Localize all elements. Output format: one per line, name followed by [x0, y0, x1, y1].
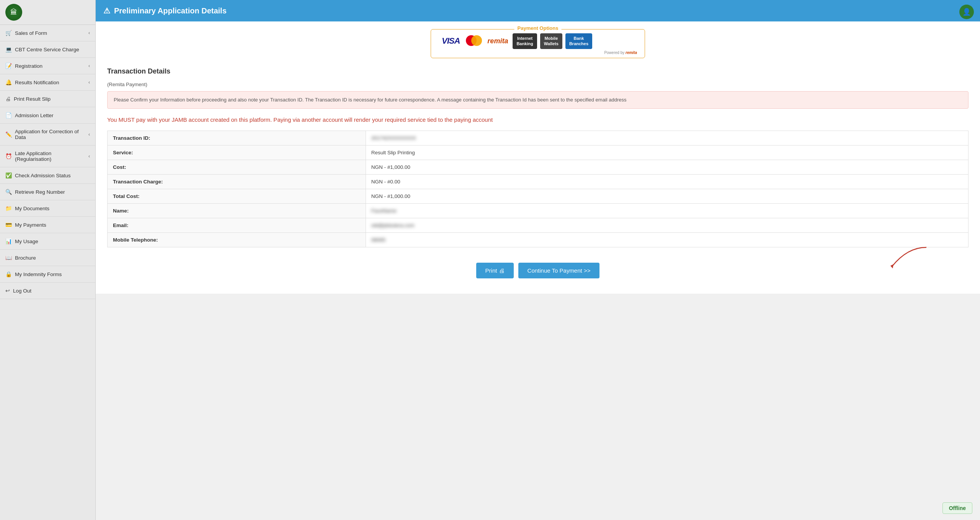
table-cell-label-5: Name:: [108, 203, 366, 218]
sidebar-item-left-late-application: ⏰ Late Application (Regularisation): [5, 150, 88, 162]
sidebar-item-left-check-admission-status: ✅ Check Admission Status: [5, 172, 71, 178]
sidebar-icon-log-out: ↩: [5, 288, 10, 294]
chevron-icon-late-application: ‹: [88, 154, 90, 159]
sidebar-item-left-log-out: ↩ Log Out: [5, 288, 31, 294]
table-row: Mobile Telephone: 08065: [108, 232, 969, 247]
sidebar-label-check-admission-status: Check Admission Status: [15, 173, 71, 178]
table-cell-value-5: FaceName: [371, 208, 397, 214]
sidebar-item-print-result-slip[interactable]: 🖨 Print Result Slip: [0, 91, 95, 107]
sidebar-label-application-correction: Application for Correction of Data: [15, 129, 88, 140]
internet-banking-line2: Banking: [516, 41, 533, 46]
sidebar-item-left-results-notification: 🔔 Results Notification: [5, 79, 59, 85]
chevron-icon-sales-of-form: ‹: [88, 30, 90, 36]
sidebar-label-my-usage: My Usage: [15, 239, 38, 244]
svg-marker-0: [890, 264, 893, 268]
sidebar-icon-brochure: 📖: [5, 255, 12, 261]
sidebar-item-left-retrieve-reg-number: 🔍 Retrieve Reg Number: [5, 189, 65, 195]
table-row: Transaction Charge: NGN - #0.00: [108, 174, 969, 189]
sidebar-label-my-documents: My Documents: [15, 206, 49, 211]
table-cell-value-2: NGN - #1,000.00: [371, 164, 410, 170]
confirmation-warning: Please Confirm your Information before p…: [107, 91, 969, 109]
chevron-icon-application-correction: ‹: [88, 132, 90, 137]
sidebar-icon-results-notification: 🔔: [5, 79, 12, 85]
sidebar-item-left-my-payments: 💳 My Payments: [5, 222, 46, 228]
sidebar-label-log-out: Log Out: [13, 288, 31, 294]
logo-icon: 🏛: [5, 4, 22, 21]
sidebar-item-left-cbt-centre: 💻 CBT Centre Service Charge: [5, 46, 79, 52]
table-cell-value-3: NGN - #0.00: [371, 179, 400, 185]
page-header: ⚠ Preliminary Application Details ▾: [96, 0, 980, 21]
print-button[interactable]: Print 🖨: [476, 263, 514, 278]
transaction-table: Transaction ID: 201742XXXXXXXX Service: …: [107, 131, 969, 247]
sidebar-icon-my-indemnity-forms: 🔒: [5, 271, 12, 277]
table-cell-data-3: NGN - #0.00: [366, 174, 968, 189]
powered-by: Powered by remita: [439, 51, 637, 55]
sidebar-item-results-notification[interactable]: 🔔 Results Notification ‹: [0, 74, 95, 91]
sidebar-item-cbt-centre[interactable]: 💻 CBT Centre Service Charge: [0, 41, 95, 58]
payment-options-box: Payment Options VISA remita Internet Ban…: [431, 29, 645, 58]
sidebar-label-registration: Registration: [15, 63, 42, 69]
continue-to-payment-button[interactable]: Continue To Payment >>: [518, 263, 600, 278]
sidebar-icon-registration: 📝: [5, 63, 12, 69]
sidebar-item-log-out[interactable]: ↩ Log Out: [0, 283, 95, 299]
table-cell-data-6: old@jdstutera.com: [366, 218, 968, 232]
sidebar-item-my-documents[interactable]: 📁 My Documents: [0, 200, 95, 217]
table-row: Total Cost: NGN - #1,000.00: [108, 189, 969, 203]
internet-banking-btn[interactable]: Internet Banking: [513, 33, 537, 49]
sidebar-item-left-brochure: 📖 Brochure: [5, 255, 36, 261]
table-cell-data-5: FaceName: [366, 203, 968, 218]
table-row: Service: Result Slip Printing: [108, 145, 969, 160]
table-cell-label-4: Total Cost:: [108, 189, 366, 203]
sidebar-label-late-application: Late Application (Regularisation): [15, 150, 88, 162]
sidebar-item-registration[interactable]: 📝 Registration ‹: [0, 58, 95, 74]
sidebar-icon-print-result-slip: 🖨: [5, 96, 11, 102]
table-row: Cost: NGN - #1,000.00: [108, 160, 969, 174]
bank-branches-btn[interactable]: Bank Branches: [565, 33, 592, 49]
payment-options-container: Payment Options VISA remita Internet Ban…: [107, 29, 969, 58]
table-cell-label-1: Service:: [108, 145, 366, 160]
sidebar-item-brochure[interactable]: 📖 Brochure: [0, 250, 95, 266]
user-avatar[interactable]: 👤: [959, 5, 974, 19]
table-cell-value-1: Result Slip Printing: [371, 150, 415, 155]
sidebar-label-brochure: Brochure: [15, 255, 36, 261]
sidebar-item-application-correction[interactable]: ✏️ Application for Correction of Data ‹: [0, 124, 95, 146]
sidebar-icon-my-usage: 📊: [5, 238, 12, 244]
table-cell-data-0: 201742XXXXXXXX: [366, 131, 968, 145]
table-row: Transaction ID: 201742XXXXXXXX: [108, 131, 969, 145]
sidebar-item-check-admission-status[interactable]: ✅ Check Admission Status: [0, 167, 95, 184]
internet-banking-line1: Internet: [516, 36, 533, 41]
table-cell-label-0: Transaction ID:: [108, 131, 366, 145]
visa-logo: VISA: [439, 34, 463, 47]
sidebar: 🏛 🛒 Sales of Form ‹ 💻 CBT Centre Service…: [0, 0, 96, 520]
content-area: Payment Options VISA remita Internet Ban…: [96, 21, 980, 294]
table-cell-data-4: NGN - #1,000.00: [366, 189, 968, 203]
sidebar-item-late-application[interactable]: ⏰ Late Application (Regularisation) ‹: [0, 146, 95, 167]
table-cell-label-7: Mobile Telephone:: [108, 232, 366, 247]
sidebar-item-my-usage[interactable]: 📊 My Usage: [0, 233, 95, 250]
sidebar-item-left-registration: 📝 Registration: [5, 63, 42, 69]
sidebar-item-sales-of-form[interactable]: 🛒 Sales of Form ‹: [0, 25, 95, 41]
mobile-wallets-line2: Wallets: [544, 41, 559, 46]
table-row: Name: FaceName: [108, 203, 969, 218]
table-cell-value-4: NGN - #1,000.00: [371, 193, 410, 199]
sidebar-item-retrieve-reg-number[interactable]: 🔍 Retrieve Reg Number: [0, 184, 95, 200]
table-cell-value-6: old@jdstutera.com: [371, 222, 415, 228]
bank-branches-line2: Branches: [569, 41, 588, 46]
remita-logo: remita: [486, 36, 510, 47]
continue-label: Continue To Payment >>: [528, 267, 591, 274]
sidebar-item-my-indemnity-forms[interactable]: 🔒 My Indemnity Forms: [0, 266, 95, 283]
chevron-icon-results-notification: ‹: [88, 80, 90, 85]
main-content: ⚠ Preliminary Application Details ▾ Paym…: [96, 0, 980, 520]
table-cell-data-7: 08065: [366, 232, 968, 247]
print-label: Print 🖨: [485, 267, 505, 274]
sidebar-label-my-payments: My Payments: [15, 222, 46, 228]
sidebar-icon-admission-letter: 📄: [5, 112, 12, 118]
payment-options-label: Payment Options: [514, 25, 562, 31]
mobile-wallets-btn[interactable]: Mobile Wallets: [540, 33, 562, 49]
sidebar-item-left-sales-of-form: 🛒 Sales of Form: [5, 30, 47, 36]
remita-payment-label: (Remita Payment): [107, 82, 969, 87]
sidebar-icon-my-documents: 📁: [5, 205, 12, 211]
header-title-group: ⚠ Preliminary Application Details: [103, 6, 227, 15]
sidebar-item-admission-letter[interactable]: 📄 Admission Letter: [0, 107, 95, 124]
sidebar-item-my-payments[interactable]: 💳 My Payments: [0, 217, 95, 233]
